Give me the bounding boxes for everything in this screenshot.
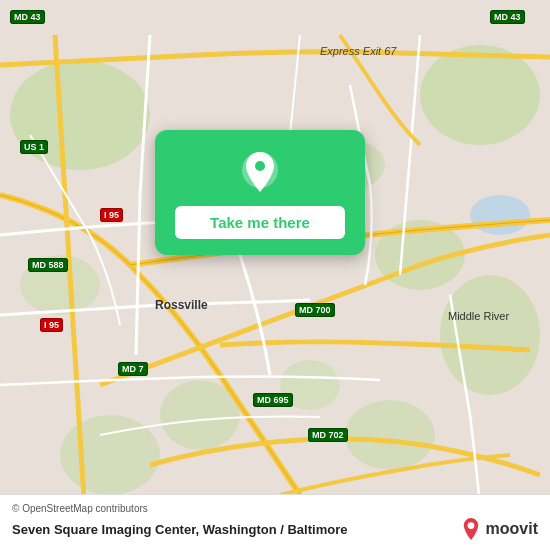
attribution-text: © OpenStreetMap contributors [12, 503, 538, 514]
take-me-there-button[interactable]: Take me there [175, 206, 345, 239]
svg-point-2 [420, 45, 540, 145]
svg-point-11 [470, 195, 530, 235]
svg-point-8 [345, 400, 435, 470]
svg-point-5 [440, 275, 540, 395]
moovit-logo: moovit [460, 518, 538, 540]
bottom-bar: © OpenStreetMap contributors Seven Squar… [0, 494, 550, 550]
location-card: Take me there [155, 130, 365, 255]
place-title-text: Seven Square Imaging Center, Washington … [12, 522, 347, 537]
svg-point-1 [10, 60, 150, 170]
svg-point-10 [280, 360, 340, 410]
svg-point-13 [255, 161, 265, 171]
moovit-logo-text: moovit [486, 520, 538, 538]
moovit-pin-icon [460, 518, 482, 540]
map-container: Express Exit 67 Rossville Middle River I… [0, 0, 550, 550]
pin-icon [236, 148, 284, 196]
map-background [0, 0, 550, 550]
svg-point-9 [20, 255, 100, 315]
svg-point-14 [467, 522, 474, 529]
